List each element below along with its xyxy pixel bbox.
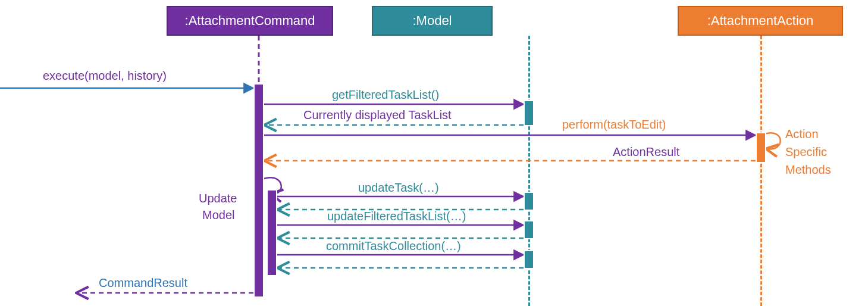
label-commandresult: CommandResult xyxy=(99,276,187,290)
activation-model-getfiltered xyxy=(524,100,534,126)
diagram-canvas xyxy=(0,0,868,306)
label-update-model-2: Model xyxy=(202,208,234,222)
activation-model-updatefiltered xyxy=(524,220,534,239)
activation-update-model xyxy=(267,189,277,276)
label-updatetask: updateTask(…) xyxy=(358,181,439,195)
activation-attachment-command xyxy=(253,83,264,298)
lifeline-header-attachment-action: :AttachmentAction xyxy=(678,6,843,36)
lifeline-attachment-action xyxy=(760,36,762,306)
label-action-specific-2: Specific xyxy=(785,145,827,159)
label-getfiltered: getFilteredTaskList() xyxy=(332,88,439,102)
activation-model-commit xyxy=(524,250,534,269)
label-update-model-1: Update xyxy=(199,192,237,205)
label-action-specific-1: Action xyxy=(785,127,819,141)
label-updatefilteredtasklist: updateFilteredTaskList(…) xyxy=(327,210,466,223)
label-currently-displayed: Currently displayed TaskList xyxy=(303,108,452,122)
label-execute: execute(model, history) xyxy=(43,69,167,83)
label-committaskcollection: commitTaskCollection(…) xyxy=(326,239,461,253)
label-perform: perform(taskToEdit) xyxy=(562,118,666,132)
lifeline-header-attachment-command: :AttachmentCommand xyxy=(167,6,333,36)
lifeline-header-model: :Model xyxy=(372,6,493,36)
activation-attachment-action xyxy=(756,132,766,163)
activation-model-updatetask xyxy=(524,192,534,211)
label-action-specific-3: Methods xyxy=(785,163,831,177)
label-action-result: ActionResult xyxy=(613,145,679,159)
